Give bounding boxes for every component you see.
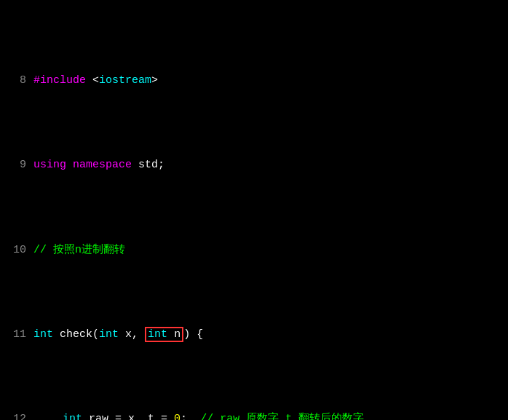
line-11: 11 int check(int x, int n) { bbox=[0, 326, 508, 343]
line-number-10: 10 bbox=[6, 242, 26, 258]
code-line-11: int check(int x, int n) { bbox=[33, 326, 502, 343]
line-number-9: 9 bbox=[6, 156, 26, 173]
code-line-12: int raw = x, t = 0; // raw 原数字 t 翻转后的数字 bbox=[33, 411, 502, 420]
code-line-10: // 按照n进制翻转 bbox=[33, 242, 502, 258]
line-8: 8 #include <iostream> bbox=[0, 72, 508, 89]
code-editor: 8 #include <iostream> 9 using namespace … bbox=[0, 0, 508, 420]
line-number-12: 12 bbox=[6, 411, 26, 420]
line-number-11: 11 bbox=[6, 326, 26, 343]
code-line-8: #include <iostream> bbox=[33, 72, 502, 89]
line-12: 12 int raw = x, t = 0; // raw 原数字 t 翻转后的… bbox=[0, 411, 508, 420]
line-9: 9 using namespace std; bbox=[0, 156, 508, 173]
code-line-9: using namespace std; bbox=[33, 156, 502, 173]
line-10: 10 // 按照n进制翻转 bbox=[0, 242, 508, 258]
line-number-8: 8 bbox=[6, 72, 26, 89]
